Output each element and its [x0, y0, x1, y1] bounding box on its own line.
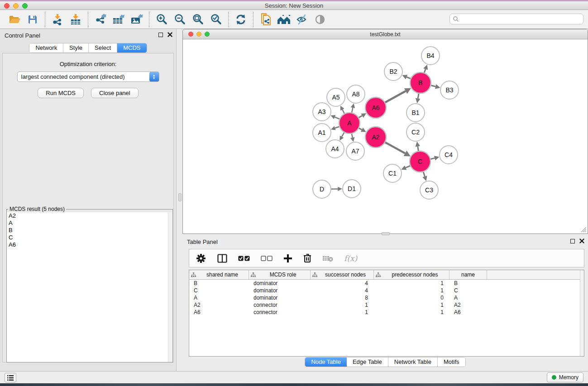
graph-edge-A-A3[interactable] [330, 115, 339, 119]
export-network-icon[interactable] [91, 11, 110, 28]
graph-node-B1[interactable]: B1 [406, 104, 425, 122]
table-cell[interactable]: C [449, 287, 487, 294]
result-item[interactable]: B [7, 227, 172, 234]
table-cell[interactable]: connector [249, 309, 311, 316]
table-cell[interactable]: 1 [374, 287, 449, 294]
table-cell[interactable]: connector [249, 301, 311, 309]
graph-edge-B-B2[interactable] [402, 75, 411, 79]
column-header-predecessor-nodes[interactable]: predecessor nodes [374, 270, 449, 279]
column-header-shared-name[interactable]: shared name [189, 270, 249, 279]
graph-node-B2[interactable]: B2 [384, 62, 402, 81]
float-panel-icon[interactable] [158, 33, 163, 37]
table-cell[interactable]: A2 [449, 301, 487, 309]
table-row[interactable]: Adominator80A [189, 294, 584, 301]
network-window-titlebar[interactable]: testGlobe.txt [183, 29, 588, 39]
graph-edge-D-D1[interactable] [331, 187, 342, 191]
resize-grip-icon[interactable] [581, 227, 587, 233]
add-column-icon[interactable] [283, 254, 292, 263]
tab-mcds[interactable]: MCDS [117, 43, 146, 52]
graph-edge-A-A2[interactable] [359, 128, 366, 132]
result-item[interactable]: C [7, 234, 172, 241]
minimize-network-window-button[interactable] [196, 32, 201, 37]
graph-node-C2[interactable]: C2 [406, 123, 425, 141]
graph-node-A6[interactable]: A6 [365, 97, 386, 118]
save-session-icon[interactable] [24, 11, 42, 28]
criterion-dropdown[interactable]: largest connected component (directed) ▲… [17, 71, 159, 82]
graph-edge-C-C1[interactable] [401, 166, 411, 170]
import-network-icon[interactable] [48, 11, 67, 28]
table-row[interactable]: Cdominator41C [189, 287, 584, 294]
column-header-MCDS-role[interactable]: MCDS role [249, 270, 311, 279]
graph-node-C1[interactable]: C1 [383, 164, 402, 182]
close-panel-button[interactable]: Close panel [91, 88, 139, 98]
table-cell[interactable]: dominator [249, 280, 311, 287]
tab-network[interactable]: Network [29, 43, 63, 52]
graph-edge-A-A6[interactable] [359, 113, 366, 118]
graph-edge-B-B3[interactable] [430, 84, 440, 89]
select-all-checks-icon[interactable] [238, 256, 250, 261]
tab-edge-table[interactable]: Edge Table [347, 357, 388, 367]
export-table-icon[interactable] [110, 11, 128, 28]
tab-motifs[interactable]: Motifs [438, 357, 465, 367]
graph-edge-B-B4[interactable] [423, 65, 428, 73]
zoom-fit-icon[interactable] [189, 11, 207, 28]
tab-network-table[interactable]: Network Table [388, 357, 438, 367]
table-scrollbar[interactable] [580, 270, 584, 356]
task-history-button[interactable] [5, 373, 16, 382]
graph-edge-C-C4[interactable] [430, 156, 439, 160]
table-row[interactable]: A6connector11A6 [189, 309, 584, 316]
search-field[interactable] [449, 14, 583, 24]
close-window-button[interactable] [4, 3, 10, 9]
tab-select[interactable]: Select [89, 43, 117, 52]
graph-node-C[interactable]: C [410, 151, 430, 172]
tab-style[interactable]: Style [63, 43, 89, 52]
tab-node-table[interactable]: Node Table [305, 357, 347, 367]
graph-edge-C-C3[interactable] [422, 172, 427, 181]
graph-edge-C-C2[interactable] [416, 142, 421, 152]
deselect-all-checks-icon[interactable] [261, 256, 272, 261]
close-table-panel-icon[interactable] [579, 238, 584, 243]
graph-edge-A-A1[interactable] [331, 126, 339, 130]
table-cell[interactable]: 1 [374, 301, 449, 309]
first-neighbors-icon[interactable] [275, 11, 293, 28]
import-table-icon[interactable] [67, 11, 85, 28]
table-cell[interactable]: 1 [311, 309, 374, 316]
table-cell[interactable]: 0 [374, 294, 449, 301]
hide-selected-icon[interactable] [293, 11, 311, 28]
result-item[interactable]: A [7, 219, 172, 227]
close-network-window-button[interactable] [188, 32, 193, 37]
float-table-panel-icon[interactable] [570, 239, 575, 243]
zoom-out-icon[interactable] [171, 11, 189, 28]
graph-node-D1[interactable]: D1 [343, 180, 361, 198]
zoom-in-icon[interactable] [153, 11, 171, 28]
column-header-name[interactable]: name [449, 270, 487, 279]
table-cell[interactable]: dominator [249, 287, 311, 294]
horizontal-splitter-grip[interactable] [382, 232, 390, 235]
search-input[interactable] [459, 16, 580, 22]
graph-edge-A-A8[interactable] [351, 104, 355, 113]
table-cell[interactable]: C [189, 287, 249, 294]
maximize-window-button[interactable] [22, 3, 28, 9]
graph-node-A2[interactable]: A2 [365, 127, 386, 148]
graph-node-D[interactable]: D [313, 180, 331, 198]
table-cell[interactable]: 4 [311, 280, 374, 287]
graph-edge-B-B1[interactable] [416, 93, 421, 104]
table-row[interactable]: A2connector11A2 [189, 301, 584, 309]
table-cell[interactable]: 8 [311, 294, 374, 301]
run-mcds-button[interactable]: Run MCDS [38, 88, 84, 98]
table-cell[interactable]: A2 [189, 301, 249, 309]
table-cell[interactable]: 1 [374, 309, 449, 316]
graph-node-C3[interactable]: C3 [420, 181, 438, 199]
table-cell[interactable]: A [449, 294, 487, 301]
result-item[interactable]: A6 [7, 241, 172, 248]
delete-table-icon[interactable] [322, 255, 333, 262]
table-cell[interactable]: 1 [311, 301, 374, 309]
close-panel-icon[interactable] [167, 32, 172, 37]
function-builder-icon[interactable]: f(x) [344, 254, 357, 263]
table-cell[interactable]: B [449, 280, 487, 287]
result-item[interactable]: A2 [7, 212, 172, 219]
show-columns-icon[interactable] [217, 254, 227, 263]
graph-edge-A-A7[interactable] [350, 133, 354, 142]
graph-node-B4[interactable]: B4 [421, 47, 440, 65]
open-session-icon[interactable] [5, 11, 24, 28]
